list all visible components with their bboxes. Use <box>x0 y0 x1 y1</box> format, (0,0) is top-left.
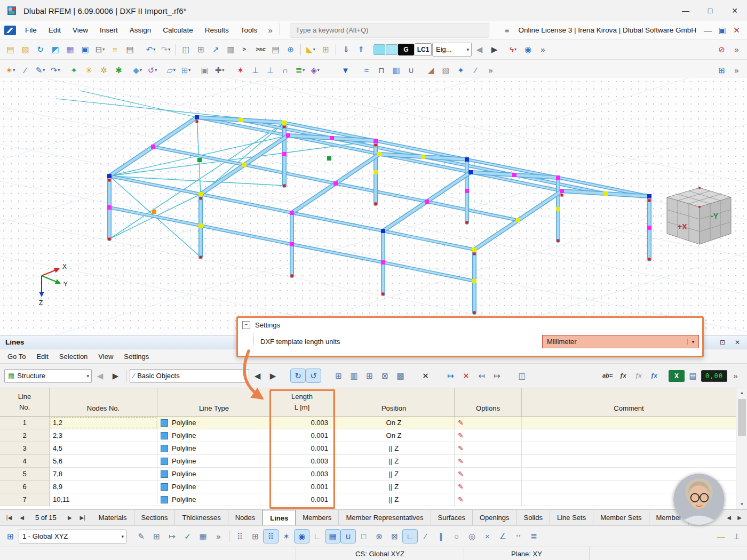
cell-comment[interactable] <box>522 417 736 429</box>
lists-button[interactable]: ▤ <box>123 43 137 56</box>
col-header-line-type[interactable]: Line Type <box>157 388 271 416</box>
scroll-up-button[interactable]: ▲ <box>737 389 747 397</box>
console-button[interactable]: >_ <box>239 43 253 56</box>
cell-options[interactable]: ✎ <box>455 481 522 493</box>
coordinate-system-select[interactable]: 1 - Global XYZ▾ <box>19 530 126 543</box>
intersection-snap-button[interactable]: × <box>480 530 495 543</box>
menu-insert[interactable]: Insert <box>94 23 124 37</box>
nodal-support-button[interactable]: ⊥ <box>248 63 263 77</box>
scroll-down-button[interactable]: ▼ <box>737 500 747 509</box>
copy-button[interactable]: ✳ <box>82 63 96 77</box>
navigator-toggle-button[interactable]: ◫ <box>179 43 193 56</box>
dimension-button[interactable]: ⊞ <box>319 43 333 56</box>
guideline-button[interactable]: — <box>714 530 728 543</box>
column-settings-button[interactable]: ▥ <box>347 369 361 382</box>
cell-line-type[interactable]: Polyline <box>157 442 271 455</box>
ribbon-minimize-icon[interactable]: — <box>701 23 715 37</box>
cell-length[interactable]: 0.003 <box>271 468 333 481</box>
web-service-button[interactable]: ⊕ <box>283 43 298 56</box>
render-mode-button[interactable]: ▧ <box>439 63 453 77</box>
edit-assign-icon[interactable]: ✎ <box>458 470 464 478</box>
panel-menu-edit[interactable]: Edit <box>31 350 53 363</box>
panel-menu-selection[interactable]: Selection <box>54 350 93 363</box>
tab-member-sets[interactable]: Member Sets <box>593 510 649 526</box>
visibility-button[interactable]: ◉ <box>521 43 535 56</box>
row-number[interactable]: 7 <box>0 493 50 506</box>
col-header-options[interactable]: Options <box>455 388 522 416</box>
panel-view-button[interactable]: ◫ <box>515 369 529 382</box>
cell-position[interactable]: || Z <box>333 455 455 468</box>
tree-collapse-icon[interactable]: − <box>242 321 250 329</box>
move-copy-button[interactable]: ◆▾ <box>130 63 145 77</box>
cell-nodes[interactable]: 4,5 <box>50 442 157 455</box>
cell-options[interactable]: ✎ <box>455 455 522 468</box>
menu-overflow-chevron[interactable]: » <box>263 23 277 37</box>
panel-menu-settings[interactable]: Settings <box>118 350 154 363</box>
line-support-button[interactable]: ⊥ <box>263 63 277 77</box>
snap-enable-button[interactable]: ◉ <box>295 530 309 543</box>
mirror-button[interactable]: ✲ <box>97 63 111 77</box>
workplane-xy-button[interactable]: ∟ <box>310 530 324 543</box>
print-button[interactable]: ⊟▾ <box>93 43 107 56</box>
edit-assign-icon[interactable]: ✎ <box>458 431 464 439</box>
sync-table-button[interactable]: ↺ <box>306 369 321 382</box>
new-model-button[interactable]: ▤ <box>3 43 18 56</box>
cell-nodes[interactable]: 2,3 <box>50 429 157 442</box>
delete-all-button[interactable]: ✕ <box>418 369 433 382</box>
cell-line-type[interactable]: Polyline <box>157 481 271 493</box>
ruler-button[interactable]: ⊥ <box>729 530 744 543</box>
row-number[interactable]: 3 <box>0 442 50 455</box>
load-case-box[interactable]: LC1 <box>415 43 432 56</box>
load-transfer-down-button[interactable]: ⇓ <box>339 43 353 56</box>
sc-generator-button[interactable]: >sc <box>253 43 268 56</box>
navigation-cube[interactable]: +X -Y <box>652 185 732 253</box>
parallel-snap-button[interactable]: ∥ <box>434 530 448 543</box>
category-prev-button[interactable]: ◀ <box>250 369 265 382</box>
grid-settings-button[interactable]: ⠿ <box>233 530 247 543</box>
tab-surfaces[interactable]: Surfaces <box>431 510 473 526</box>
partial-view-button[interactable]: ✦ <box>454 63 468 77</box>
table-scrollbar[interactable]: ▲ ▼ <box>736 388 747 509</box>
load-case-select[interactable]: Eig...▾ <box>432 43 472 57</box>
tables-button[interactable]: ⊞ <box>714 63 729 77</box>
col-header-comment[interactable]: Comment <box>522 388 736 416</box>
row-number[interactable]: 6 <box>0 481 50 493</box>
cell-position[interactable]: || Z <box>333 468 455 481</box>
row-number[interactable]: 1 <box>0 417 50 429</box>
snap-square-button[interactable]: ⊠ <box>387 530 402 543</box>
new-opening-button[interactable]: ⊞▾ <box>179 63 193 77</box>
menu-file[interactable]: File <box>19 23 43 37</box>
arc-button[interactable]: ↷▾ <box>48 63 62 77</box>
tabs-scroll-right-button[interactable]: ▶ <box>734 512 745 524</box>
search-input[interactable] <box>290 23 489 38</box>
smooth-results-button[interactable]: ∪ <box>404 63 418 77</box>
toolbar-overflow-icon[interactable]: » <box>536 43 550 56</box>
cell-line-type[interactable]: Polyline <box>157 455 271 468</box>
tab-lines[interactable]: Lines <box>263 510 296 526</box>
col-header-length[interactable]: Length L [m] <box>271 388 333 416</box>
redo-button[interactable]: ↷▾ <box>158 43 173 56</box>
edit-assign-icon[interactable]: ✎ <box>458 457 464 465</box>
edit-assign-icon[interactable]: ✎ <box>458 495 464 503</box>
diagram-button[interactable]: ↗ <box>209 43 223 56</box>
workplane-more-icon[interactable]: » <box>211 530 226 543</box>
snap-circle-button[interactable]: ⊗ <box>372 530 386 543</box>
cell-length[interactable]: 0.003 <box>271 455 333 468</box>
table-fill-button[interactable]: ▩ <box>393 369 408 382</box>
snap-node-button[interactable]: ✶ <box>279 530 293 543</box>
tangent-snap-button[interactable]: ◎ <box>465 530 479 543</box>
minimize-button[interactable]: — <box>673 0 698 21</box>
tab-nodes[interactable]: Nodes <box>228 510 263 526</box>
menu-tools[interactable]: Tools <box>235 23 264 37</box>
section-button[interactable]: ⊓ <box>374 63 388 77</box>
edit-assign-icon[interactable]: ✎ <box>458 419 464 427</box>
line-tools-button[interactable]: ✎▾ <box>33 63 47 77</box>
center-snap-button[interactable]: ○ <box>449 530 464 543</box>
rotate-copy-button[interactable]: ↺▾ <box>145 63 160 77</box>
cartesian-grid-button[interactable]: ▦ <box>325 530 340 543</box>
panel-menu-go-to[interactable]: Go To <box>2 350 31 363</box>
table-settings-button[interactable]: ⊞ <box>331 369 346 382</box>
panel-menu-view[interactable]: View <box>93 350 118 363</box>
maximize-button[interactable]: □ <box>698 0 722 21</box>
note-button[interactable]: ≡ <box>108 43 122 56</box>
